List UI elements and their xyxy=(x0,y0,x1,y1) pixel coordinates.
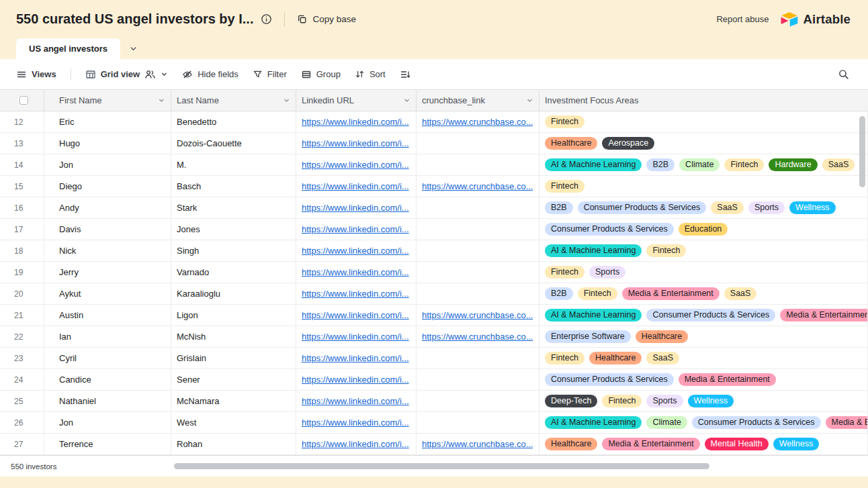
focus-area-tag[interactable]: Consumer Products & Services xyxy=(545,223,674,236)
table-row[interactable]: 16 Andy Stark https://www.linkedin.com/i… xyxy=(0,197,868,219)
focus-area-tag[interactable]: Healthcare xyxy=(545,438,597,450)
linkedin-link[interactable]: https://www.linkedin.com/i... xyxy=(302,267,409,277)
cell-investment-focus-areas[interactable]: AI & Machine LearningConsumer Products &… xyxy=(539,305,868,326)
column-header-first-name[interactable]: First Name xyxy=(44,90,171,111)
cell-crunchbase-link[interactable] xyxy=(417,197,539,218)
cell-investment-focus-areas[interactable]: AI & Machine LearningFintech xyxy=(539,240,868,261)
focus-area-tag[interactable]: Healthcare xyxy=(636,330,688,343)
cell-linkedin-url[interactable]: https://www.linkedin.com/i... xyxy=(296,369,417,390)
cell-last-name[interactable]: Varnado xyxy=(171,262,296,283)
crunchbase-link[interactable]: https://www.crunchbase.co... xyxy=(422,117,533,127)
linkedin-link[interactable]: https://www.linkedin.com/i... xyxy=(302,353,409,363)
cell-linkedin-url[interactable]: https://www.linkedin.com/i... xyxy=(296,283,417,304)
crunchbase-link[interactable]: https://www.crunchbase.co... xyxy=(422,310,533,320)
cell-investment-focus-areas[interactable]: B2BConsumer Products & ServicesSaaSSport… xyxy=(539,197,868,218)
cell-investment-focus-areas[interactable]: HealthcareAerospace xyxy=(539,133,868,154)
chevron-down-icon[interactable] xyxy=(158,97,165,104)
cell-last-name[interactable]: M. xyxy=(171,154,296,175)
cell-first-name[interactable]: Austin xyxy=(44,305,171,326)
focus-area-tag[interactable]: SaaS xyxy=(646,352,679,364)
linkedin-link[interactable]: https://www.linkedin.com/i... xyxy=(302,117,409,127)
focus-area-tag[interactable]: Fintech xyxy=(578,287,617,300)
search-icon[interactable] xyxy=(838,68,849,80)
report-abuse-link[interactable]: Report abuse xyxy=(716,14,769,24)
focus-area-tag[interactable]: Enterprise Software xyxy=(545,330,631,343)
focus-area-tag[interactable]: Wellness xyxy=(773,438,819,450)
views-button[interactable]: Views xyxy=(16,69,56,80)
cell-crunchbase-link[interactable] xyxy=(417,348,539,369)
focus-area-tag[interactable]: AI & Machine Learning xyxy=(545,416,642,429)
focus-area-tag[interactable]: SaaS xyxy=(724,287,757,300)
cell-crunchbase-link[interactable] xyxy=(417,391,539,411)
table-row[interactable]: 25 Nathaniel McNamara https://www.linked… xyxy=(0,391,868,412)
cell-crunchbase-link[interactable] xyxy=(417,133,539,154)
focus-area-tag[interactable]: B2B xyxy=(545,201,573,214)
table-row[interactable]: 18 Nick Singh https://www.linkedin.com/i… xyxy=(0,240,868,262)
cell-linkedin-url[interactable]: https://www.linkedin.com/i... xyxy=(296,391,417,411)
focus-area-tag[interactable]: Media & Entertainment xyxy=(622,287,720,300)
table-row[interactable]: 20 Aykut Karaalioglu https://www.linkedi… xyxy=(0,283,868,305)
cell-first-name[interactable]: Ian xyxy=(44,326,171,347)
focus-area-tag[interactable]: Aerospace xyxy=(602,137,654,150)
cell-linkedin-url[interactable]: https://www.linkedin.com/i... xyxy=(296,434,417,454)
linkedin-link[interactable]: https://www.linkedin.com/i... xyxy=(302,203,409,213)
cell-crunchbase-link[interactable] xyxy=(417,283,539,304)
cell-last-name[interactable]: Grislain xyxy=(171,348,296,369)
cell-linkedin-url[interactable]: https://www.linkedin.com/i... xyxy=(296,262,417,283)
cell-linkedin-url[interactable]: https://www.linkedin.com/i... xyxy=(296,412,417,433)
cell-first-name[interactable]: Eric xyxy=(44,111,171,132)
focus-area-tag[interactable]: Media & Entertainment xyxy=(602,438,699,450)
cell-last-name[interactable]: Singh xyxy=(171,240,296,261)
cell-linkedin-url[interactable]: https://www.linkedin.com/i... xyxy=(296,240,417,261)
focus-area-tag[interactable]: Education xyxy=(679,223,728,236)
column-header-crunchbase-link[interactable]: crunchbase_link xyxy=(417,90,539,111)
table-row[interactable]: 24 Candice Sener https://www.linkedin.co… xyxy=(0,369,868,391)
focus-area-tag[interactable]: Consumer Products & Services xyxy=(646,309,775,322)
cell-crunchbase-link[interactable]: https://www.crunchbase.co... xyxy=(417,111,539,132)
focus-area-tag[interactable]: Healthcare xyxy=(545,137,597,150)
crunchbase-link[interactable]: https://www.crunchbase.co... xyxy=(422,332,533,342)
cell-investment-focus-areas[interactable]: Enterprise SoftwareHealthcare xyxy=(539,326,868,347)
cell-first-name[interactable]: Cyril xyxy=(44,348,171,369)
cell-linkedin-url[interactable]: https://www.linkedin.com/i... xyxy=(296,305,417,326)
cell-linkedin-url[interactable]: https://www.linkedin.com/i... xyxy=(296,133,417,154)
cell-investment-focus-areas[interactable]: HealthcareMedia & EntertainmentMental He… xyxy=(539,434,868,454)
copy-base-button[interactable]: Copy base xyxy=(297,14,356,24)
table-row[interactable]: 22 Ian McNish https://www.linkedin.com/i… xyxy=(0,326,868,348)
row-height-button[interactable] xyxy=(400,69,410,80)
focus-area-tag[interactable]: AI & Machine Learning xyxy=(545,309,642,322)
linkedin-link[interactable]: https://www.linkedin.com/i... xyxy=(302,439,409,449)
focus-area-tag[interactable]: SaaS xyxy=(822,158,855,171)
linkedin-link[interactable]: https://www.linkedin.com/i... xyxy=(302,181,409,191)
focus-area-tag[interactable]: Fintech xyxy=(545,352,584,364)
linkedin-link[interactable]: https://www.linkedin.com/i... xyxy=(302,418,409,428)
table-row[interactable]: 19 Jerry Varnado https://www.linkedin.co… xyxy=(0,262,868,283)
table-row[interactable]: 21 Austin Ligon https://www.linkedin.com… xyxy=(0,305,868,326)
table-row[interactable]: 27 Terrence Rohan https://www.linkedin.c… xyxy=(0,434,868,455)
linkedin-link[interactable]: https://www.linkedin.com/i... xyxy=(302,160,409,170)
table-row[interactable]: 12 Eric Benedetto https://www.linkedin.c… xyxy=(0,111,868,133)
focus-area-tag[interactable]: Media & Entertainment xyxy=(826,416,868,429)
table-row[interactable]: 23 Cyril Grislain https://www.linkedin.c… xyxy=(0,348,868,369)
hide-fields-button[interactable]: Hide fields xyxy=(182,69,238,80)
focus-area-tag[interactable]: Mental Health xyxy=(705,438,769,450)
focus-area-tag[interactable]: Media & Entertainment xyxy=(679,373,776,386)
linkedin-link[interactable]: https://www.linkedin.com/i... xyxy=(302,138,409,148)
info-icon[interactable] xyxy=(261,13,272,25)
cell-crunchbase-link[interactable] xyxy=(417,369,539,390)
cell-first-name[interactable]: Diego xyxy=(44,176,171,197)
cell-crunchbase-link[interactable] xyxy=(417,412,539,433)
cell-crunchbase-link[interactable] xyxy=(417,154,539,175)
cell-crunchbase-link[interactable]: https://www.crunchbase.co... xyxy=(417,434,539,454)
table-row[interactable]: 13 Hugo Dozois-Caouette https://www.link… xyxy=(0,133,868,154)
horizontal-scrollbar[interactable] xyxy=(174,463,709,469)
cell-crunchbase-link[interactable]: https://www.crunchbase.co... xyxy=(417,326,539,347)
cell-last-name[interactable]: Ligon xyxy=(171,305,296,326)
chevron-down-icon[interactable] xyxy=(283,97,290,104)
focus-area-tag[interactable]: AI & Machine Learning xyxy=(545,244,642,257)
table-row[interactable]: 14 Jon M. https://www.linkedin.com/i... … xyxy=(0,154,868,176)
cell-last-name[interactable]: West xyxy=(171,412,296,433)
cell-first-name[interactable]: Andy xyxy=(44,197,171,218)
linkedin-link[interactable]: https://www.linkedin.com/i... xyxy=(302,396,409,406)
cell-last-name[interactable]: Basch xyxy=(171,176,296,197)
